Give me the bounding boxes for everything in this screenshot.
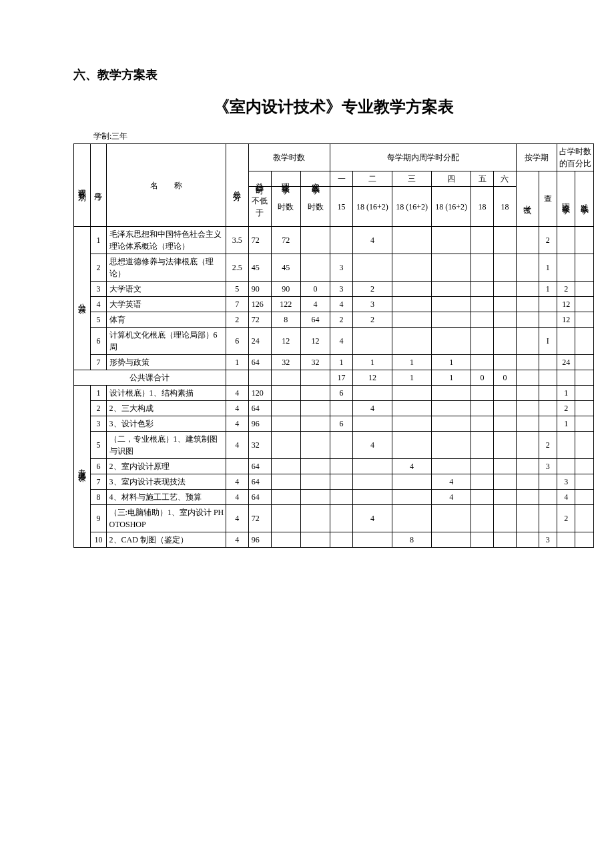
cell — [432, 227, 471, 254]
cell: 72 — [248, 505, 271, 532]
cell — [330, 401, 353, 416]
cell — [271, 386, 300, 401]
cell — [300, 401, 330, 416]
cell: 5 — [91, 312, 106, 328]
cell — [494, 490, 517, 505]
cell: 2 — [352, 282, 392, 297]
cell: 1 — [226, 355, 248, 370]
cell — [330, 474, 353, 490]
cell: 2 — [91, 401, 106, 416]
subtotal-row: 公共课合计 17 12 1 1 0 0 — [74, 370, 594, 386]
cell — [471, 416, 494, 432]
cell: 3 — [352, 297, 392, 312]
cell: I — [539, 328, 557, 355]
cell: 32 — [248, 432, 271, 459]
cell: 4 — [330, 297, 353, 312]
cell: 126 — [248, 297, 271, 312]
col-sem4: 四 — [432, 171, 471, 187]
cell — [300, 459, 330, 474]
cell: 4 — [300, 297, 330, 312]
cell: 4 — [226, 432, 248, 459]
cell — [557, 254, 575, 282]
cell: 0 — [300, 282, 330, 297]
cell: 2.5 — [226, 254, 248, 282]
cell: 大学语文 — [106, 282, 226, 297]
cell — [330, 532, 353, 548]
cell — [575, 432, 594, 459]
cell — [300, 505, 330, 532]
cell — [226, 459, 248, 474]
cell: 6 — [226, 328, 248, 355]
col-sem3: 三 — [392, 171, 432, 187]
cell: 计算机文化根底（理论局部）6 周 — [106, 328, 226, 355]
cell — [494, 386, 517, 401]
cell: 形势与政策 — [106, 355, 226, 370]
table-row: 2 2、三大构成 4 64 4 2 — [74, 401, 594, 416]
cell — [539, 370, 557, 386]
cell — [575, 355, 594, 370]
cell — [432, 532, 471, 548]
cell — [575, 227, 594, 254]
col-by-semester: 按学期 — [516, 144, 557, 171]
cell: 4 — [352, 432, 392, 459]
cell: 7 — [91, 355, 106, 370]
cell: 8 — [392, 532, 432, 548]
cell — [575, 254, 594, 282]
cell: 1 — [330, 355, 353, 370]
cell — [300, 432, 330, 459]
cell: 8 — [271, 312, 300, 328]
cell — [330, 459, 353, 474]
cell: 2 — [557, 505, 575, 532]
cell — [575, 459, 594, 474]
cell: 设计根底）1、结构素描 — [106, 386, 226, 401]
cell — [432, 432, 471, 459]
cell: 3 — [91, 282, 106, 297]
cell — [271, 474, 300, 490]
cell: 1 — [557, 416, 575, 432]
cell — [494, 328, 517, 355]
header-row-1: 课程类别 序号 名 称 总学分 教学时数 每学期内周学时分配 按学期 占学时数的… — [74, 144, 594, 171]
cell: 2 — [330, 312, 353, 328]
cell: 64 — [248, 490, 271, 505]
cell: 24 — [557, 355, 575, 370]
table-row: 7 3、室内设计表现技法 4 64 4 3 — [74, 474, 594, 490]
cell: 32 — [300, 355, 330, 370]
cell — [392, 227, 432, 254]
page-title: 《室内设计技术》专业教学方案表 — [73, 96, 594, 117]
cell: 4 — [557, 490, 575, 505]
cell: 思想道德修养与法律根底（理论） — [106, 254, 226, 282]
w18c: 18 (16+2) — [432, 187, 471, 227]
cell — [392, 474, 432, 490]
cell: 2 — [91, 254, 106, 282]
cell — [471, 328, 494, 355]
cell — [471, 401, 494, 416]
cell: 6 — [330, 386, 353, 401]
cell — [557, 370, 575, 386]
cell — [300, 370, 330, 386]
cell — [516, 532, 539, 548]
cell: 12 — [557, 297, 575, 312]
cell — [432, 386, 471, 401]
cell: （二，专业根底）1、建筑制图与识图 — [106, 432, 226, 459]
cell — [516, 416, 539, 432]
cell — [516, 312, 539, 328]
table-row: 3 大学语文 5 90 90 0 3 2 1 2 — [74, 282, 594, 297]
cell — [539, 416, 557, 432]
cell: 3 — [539, 532, 557, 548]
cell — [471, 312, 494, 328]
cell — [557, 459, 575, 474]
cell: 45 — [271, 254, 300, 282]
cell — [471, 227, 494, 254]
cell — [432, 505, 471, 532]
cell — [271, 416, 300, 432]
cell — [575, 282, 594, 297]
cell — [516, 297, 539, 312]
cell: 4 — [432, 490, 471, 505]
table-row: 10 2、CAD 制图（鉴定） 4 96 8 3 — [74, 532, 594, 548]
cell: 24 — [248, 328, 271, 355]
section-heading: 六、教学方案表 — [73, 67, 594, 83]
col-theory-teach: 理论教学 — [280, 176, 292, 181]
cell: 3 — [330, 282, 353, 297]
cell — [539, 505, 557, 532]
table-row: 5 体育 2 72 8 64 2 2 12 — [74, 312, 594, 328]
